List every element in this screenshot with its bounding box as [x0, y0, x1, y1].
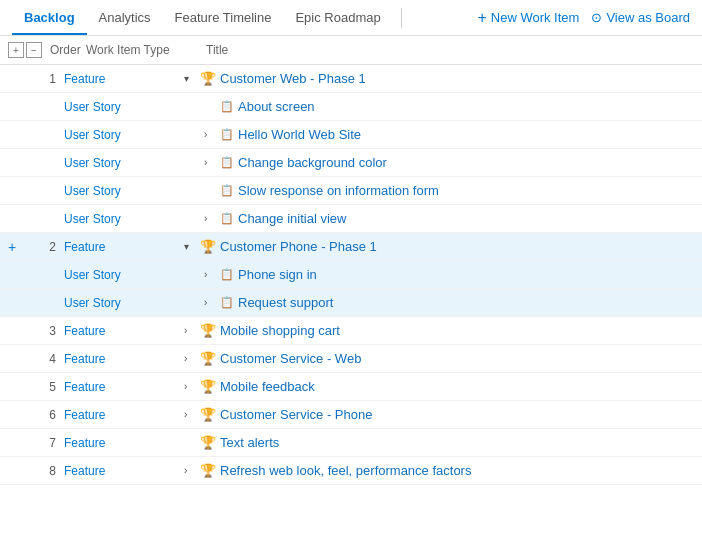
row-order: 8	[28, 464, 64, 478]
table-row: + 2 Feature ▾ 🏆 Customer Phone - Phase 1	[0, 233, 702, 261]
tab-analytics[interactable]: Analytics	[87, 2, 163, 35]
row-order: 5	[28, 380, 64, 394]
row-type[interactable]: Feature	[64, 72, 184, 86]
book-icon: 📋	[220, 128, 234, 141]
table-row: 7 Feature 🏆 Text alerts	[0, 429, 702, 457]
book-icon: 📋	[220, 268, 234, 281]
row-type[interactable]: Feature	[64, 408, 184, 422]
row-type[interactable]: Feature	[64, 352, 184, 366]
row-type[interactable]: User Story	[64, 184, 184, 198]
chevron-icon: ›	[204, 157, 216, 168]
table-row: 8 Feature › 🏆 Refresh web look, feel, pe…	[0, 457, 702, 485]
chevron-icon: ›	[184, 353, 196, 364]
title-text[interactable]: Text alerts	[220, 435, 279, 450]
title-text[interactable]: Change background color	[238, 155, 387, 170]
row-title: 📋 About screen	[204, 99, 694, 114]
trophy-icon: 🏆	[200, 71, 216, 86]
tab-epic-roadmap[interactable]: Epic Roadmap	[283, 2, 392, 35]
row-type[interactable]: Feature	[64, 380, 184, 394]
row-type[interactable]: User Story	[64, 128, 184, 142]
row-title: › 📋 Change initial view	[204, 211, 694, 226]
expand-all-button[interactable]: +	[8, 42, 24, 58]
table-header: + − Order Work Item Type Title	[0, 36, 702, 65]
row-order: 2	[28, 240, 64, 254]
chevron-icon: ›	[184, 325, 196, 336]
table-row: User Story › 📋 Change background color	[0, 149, 702, 177]
chevron-icon: ›	[184, 465, 196, 476]
chevron-icon: ▾	[184, 241, 196, 252]
collapse-all-button[interactable]: −	[26, 42, 42, 58]
title-text[interactable]: Request support	[238, 295, 333, 310]
row-type[interactable]: Feature	[64, 324, 184, 338]
row-type[interactable]: User Story	[64, 156, 184, 170]
row-type[interactable]: User Story	[64, 268, 184, 282]
chevron-icon: ›	[184, 381, 196, 392]
row-title: 📋 Slow response on information form	[204, 183, 694, 198]
book-icon: 📋	[220, 184, 234, 197]
row-order: 6	[28, 408, 64, 422]
tab-backlog[interactable]: Backlog	[12, 2, 87, 35]
row-title: › 🏆 Customer Service - Phone	[184, 407, 694, 422]
table-row: 5 Feature › 🏆 Mobile feedback	[0, 373, 702, 401]
tab-feature-timeline[interactable]: Feature Timeline	[163, 2, 284, 35]
title-text[interactable]: Customer Web - Phase 1	[220, 71, 366, 86]
trophy-icon: 🏆	[200, 379, 216, 394]
row-type[interactable]: Feature	[64, 464, 184, 478]
title-text[interactable]: Mobile shopping cart	[220, 323, 340, 338]
view-as-board-button[interactable]: ⊙ View as Board	[591, 10, 690, 25]
title-text[interactable]: Mobile feedback	[220, 379, 315, 394]
table-row: User Story › 📋 Request support	[0, 289, 702, 317]
row-title: › 📋 Hello World Web Site	[204, 127, 694, 142]
add-row-button[interactable]: +	[8, 239, 28, 255]
title-text[interactable]: Customer Service - Phone	[220, 407, 372, 422]
trophy-icon: 🏆	[200, 407, 216, 422]
row-title: › 📋 Phone sign in	[204, 267, 694, 282]
row-order: 1	[28, 72, 64, 86]
row-type[interactable]: User Story	[64, 212, 184, 226]
title-text[interactable]: Refresh web look, feel, performance fact…	[220, 463, 471, 478]
title-header: Title	[206, 43, 694, 57]
title-text[interactable]: About screen	[238, 99, 315, 114]
table-row: 4 Feature › 🏆 Customer Service - Web	[0, 345, 702, 373]
row-type[interactable]: User Story	[64, 296, 184, 310]
chevron-icon: ›	[204, 297, 216, 308]
title-text[interactable]: Customer Service - Web	[220, 351, 361, 366]
table-rows: 1 Feature ▾ 🏆 Customer Web - Phase 1 Use…	[0, 65, 702, 485]
title-text[interactable]: Phone sign in	[238, 267, 317, 282]
order-header: Order	[50, 43, 86, 57]
table-row: 3 Feature › 🏆 Mobile shopping cart	[0, 317, 702, 345]
row-type[interactable]: Feature	[64, 436, 184, 450]
trophy-icon: 🏆	[200, 435, 216, 450]
book-icon: 📋	[220, 296, 234, 309]
expand-collapse-controls: + −	[8, 42, 42, 58]
type-header: Work Item Type	[86, 43, 206, 57]
plus-icon: +	[477, 9, 486, 27]
table-row: User Story › 📋 Hello World Web Site	[0, 121, 702, 149]
table-row: User Story › 📋 Change initial view	[0, 205, 702, 233]
new-work-item-button[interactable]: + New Work Item	[477, 9, 579, 27]
row-order: 3	[28, 324, 64, 338]
chevron-icon: ›	[204, 269, 216, 280]
table-container: + − Order Work Item Type Title 1 Feature…	[0, 36, 702, 485]
chevron-icon: ▾	[184, 73, 196, 84]
row-order: 7	[28, 436, 64, 450]
book-icon: 📋	[220, 100, 234, 113]
chevron-icon: ›	[184, 409, 196, 420]
board-icon: ⊙	[591, 10, 602, 25]
row-title: › 🏆 Mobile feedback	[184, 379, 694, 394]
nav-bar: Backlog Analytics Feature Timeline Epic …	[0, 0, 702, 36]
trophy-icon: 🏆	[200, 239, 216, 254]
row-title: › 🏆 Refresh web look, feel, performance …	[184, 463, 694, 478]
row-title: ▾ 🏆 Customer Phone - Phase 1	[184, 239, 694, 254]
title-text[interactable]: Slow response on information form	[238, 183, 439, 198]
title-text[interactable]: Customer Phone - Phase 1	[220, 239, 377, 254]
title-text[interactable]: Change initial view	[238, 211, 346, 226]
nav-actions: + New Work Item ⊙ View as Board	[477, 9, 690, 27]
new-work-item-label: New Work Item	[491, 10, 580, 25]
row-title: 🏆 Text alerts	[184, 435, 694, 450]
row-type[interactable]: User Story	[64, 100, 184, 114]
trophy-icon: 🏆	[200, 351, 216, 366]
table-row: User Story 📋 About screen	[0, 93, 702, 121]
title-text[interactable]: Hello World Web Site	[238, 127, 361, 142]
row-type[interactable]: Feature	[64, 240, 184, 254]
